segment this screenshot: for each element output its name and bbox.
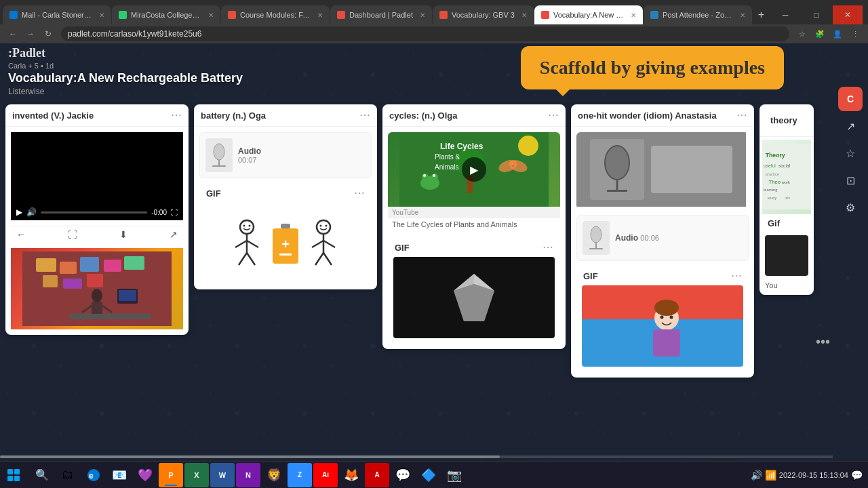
column-one-hit-wonder-menu[interactable]: ⋯	[736, 110, 747, 121]
settings-icon[interactable]: ⚙	[838, 195, 863, 220]
column-invented-content: ▶ 🔊 -0:00 ⛶ ← ⛶ ⬇	[5, 127, 189, 335]
svg-line-25	[247, 241, 258, 247]
layout-icon[interactable]: ⊡	[838, 168, 863, 192]
gif-menu-battery[interactable]: ⋯	[354, 188, 365, 199]
tab-mail[interactable]: Mail - Carla Stoner - Outlook ✕	[3, 5, 111, 24]
youtube-play-button[interactable]: ▶	[462, 157, 486, 182]
taskbar-outlook[interactable]: 📧	[107, 463, 132, 487]
svg-line-27	[247, 253, 255, 265]
tab-course[interactable]: Course Modules: FA22 NCESL 4... ✕	[221, 5, 330, 24]
taskbar-brave[interactable]: 🦁	[262, 463, 286, 487]
svg-text:work: work	[781, 180, 790, 184]
video-thumb-one-hit[interactable]	[576, 132, 749, 209]
profile-button[interactable]: 👤	[830, 26, 845, 41]
youtube-thumbnail: Life Cycles Plants & Animals ▶	[388, 132, 560, 207]
taskbar-zoom[interactable]: Z	[288, 463, 312, 487]
star-icon[interactable]: ☆	[838, 141, 863, 165]
svg-rect-8	[87, 274, 103, 287]
network-tray-icon[interactable]: 📶	[765, 470, 776, 481]
new-tab-button[interactable]: +	[753, 5, 770, 24]
taskbar-word[interactable]: W	[210, 463, 235, 487]
svg-rect-10	[92, 302, 102, 315]
taskbar-camera[interactable]: 📷	[442, 463, 467, 487]
minimize-button[interactable]: ─	[770, 5, 800, 24]
time-display: -0:00	[151, 209, 167, 216]
svg-line-24	[235, 241, 247, 247]
download-icon[interactable]: ⬇	[119, 229, 127, 240]
tab-dashboard[interactable]: Dashboard | Padlet ✕	[330, 5, 432, 24]
bookmark-button[interactable]: ☆	[795, 26, 810, 41]
volume-button[interactable]: 🔊	[26, 207, 37, 217]
column-theory-title: theory	[766, 110, 802, 131]
external-link-icon[interactable]: ↗	[170, 229, 178, 240]
column-theory-header: theory	[760, 104, 814, 137]
gif-content-cycles	[388, 257, 560, 344]
taskbar-edge[interactable]: e	[81, 463, 106, 487]
svg-rect-60	[651, 146, 732, 193]
browser-chrome: Mail - Carla Stoner - Outlook ✕ MiraCost…	[0, 0, 868, 41]
video-player-invented[interactable]: ▶ 🔊 -0:00 ⛶	[11, 132, 183, 220]
datetime-display[interactable]: 2022-09-15 15:13:04	[779, 471, 848, 479]
extension-button[interactable]: 🧩	[812, 26, 827, 41]
progress-bar[interactable]	[41, 211, 147, 214]
forward-button[interactable]: →	[23, 26, 38, 41]
svg-point-30	[326, 225, 328, 227]
maximize-button[interactable]: □	[802, 5, 831, 24]
volume-tray-icon[interactable]: 🔊	[751, 470, 762, 481]
gif-menu-one-hit[interactable]: ⋯	[731, 270, 742, 281]
battery-gif-animation: +	[199, 208, 372, 284]
back-nav-icon[interactable]: ←	[16, 229, 26, 240]
svg-point-17	[214, 144, 224, 160]
content-area: invented (V.) Jackie ⋯ ▶ 🔊 -0:00	[0, 102, 868, 488]
youtube-card-cycles[interactable]: Life Cycles Plants & Animals ▶ YouTube T…	[388, 132, 560, 232]
taskbar-unknown1[interactable]: 🔷	[416, 463, 441, 487]
svg-text:Life Cycles: Life Cycles	[440, 142, 484, 151]
svg-text:info: info	[785, 197, 791, 200]
tab-post-attendee[interactable]: Post Attendee - Zoom ✕	[644, 5, 752, 24]
svg-text:useful: useful	[764, 163, 776, 168]
taskbar-firefox[interactable]: 🦊	[339, 463, 363, 487]
refresh-button[interactable]: ↻	[41, 26, 56, 41]
fullscreen-button[interactable]: ⛶	[171, 209, 178, 216]
taskbar-excel[interactable]: X	[184, 463, 209, 487]
dots-menu-button[interactable]: •••	[813, 331, 833, 352]
taskbar-file-explorer[interactable]: 🗂	[56, 463, 80, 487]
svg-rect-68	[653, 329, 680, 357]
taskbar-search[interactable]: 🔍	[30, 463, 54, 487]
share-icon[interactable]: ↗	[838, 114, 863, 138]
tab-miracosta[interactable]: MiraCosta College | MiraCosta... ✕	[112, 5, 220, 24]
taskbar-adobe[interactable]: Ai	[313, 463, 338, 487]
expand-icon[interactable]: ⛶	[68, 229, 77, 240]
microphone-illustration	[205, 138, 233, 172]
start-button[interactable]	[0, 462, 27, 489]
taskbar-slack[interactable]: 💬	[391, 463, 415, 487]
svg-rect-6	[43, 275, 58, 287]
taskbar-acrobat[interactable]: A	[365, 463, 389, 487]
notification-icon[interactable]: 💬	[851, 470, 863, 481]
more-button[interactable]: ⋮	[848, 26, 863, 41]
svg-point-43	[423, 174, 426, 177]
column-battery-menu[interactable]: ⋯	[359, 110, 370, 121]
gif-menu-cycles[interactable]: ⋯	[542, 242, 553, 253]
close-button[interactable]: ✕	[833, 5, 863, 24]
column-one-hit-wonder-header: one-hit wonder (idiom) Anastasia ⋯	[571, 104, 754, 127]
column-cycles-menu[interactable]: ⋯	[548, 110, 559, 121]
taskbar-powerpoint[interactable]: P	[159, 463, 183, 487]
tab-vocab-gbv[interactable]: Vocabulary: GBV 3 ✕	[433, 5, 534, 24]
gif-label-one-hit: GIF	[583, 271, 598, 281]
svg-point-21	[243, 225, 245, 227]
column-invented-menu[interactable]: ⋯	[171, 110, 182, 121]
taskbar-teams[interactable]: 💜	[133, 463, 157, 487]
play-button[interactable]: ▶	[16, 207, 22, 217]
taskbar-onenote[interactable]: N	[236, 463, 260, 487]
svg-point-62	[591, 226, 601, 243]
tab-vocab-battery[interactable]: Vocabulary:A New Rechargeable... ✕	[534, 5, 643, 24]
user-avatar[interactable]: C	[838, 87, 863, 111]
url-bar[interactable]: padlet.com/carlaso/k1ywt91kete25u6	[61, 26, 789, 41]
audio-card-one-hit[interactable]: Audio 00:06	[576, 215, 749, 261]
svg-point-69	[654, 300, 679, 316]
svg-text:e: e	[89, 471, 94, 481]
audio-info-one-hit: Audio 00:06	[615, 233, 659, 243]
audio-card-battery[interactable]: Audio 00:07	[199, 132, 372, 178]
back-button[interactable]: ←	[5, 26, 20, 41]
